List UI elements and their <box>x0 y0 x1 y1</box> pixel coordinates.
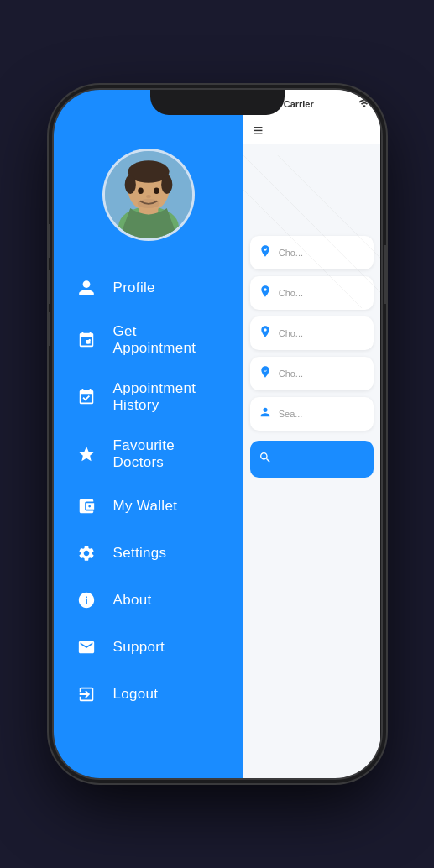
item-text-5: Sea... <box>279 409 303 419</box>
gear-icon <box>75 541 98 565</box>
envelope-icon <box>75 635 98 659</box>
svg-point-8 <box>154 187 159 194</box>
menu-items: Profile Get Appointment <box>54 264 243 718</box>
phone-notch <box>150 90 285 115</box>
sidebar-item-get-appointment[interactable]: Get Appointment <box>66 311 231 369</box>
sidebar-item-logout[interactable]: Logout <box>66 671 231 718</box>
svg-line-13 <box>278 155 381 293</box>
favourite-doctors-label: Favourite Doctors <box>113 437 222 471</box>
support-label: Support <box>113 639 165 656</box>
calendar-check-icon <box>75 385 98 409</box>
list-item[interactable]: Sea... <box>250 397 374 431</box>
svg-point-7 <box>138 187 144 194</box>
search-button-icon <box>259 451 272 468</box>
logout-icon <box>75 682 98 706</box>
sidebar-item-my-wallet[interactable]: My Wallet <box>66 483 231 530</box>
sidebar-item-appointment-history[interactable]: Appointment History <box>66 369 231 426</box>
svg-line-12 <box>243 155 381 293</box>
list-item[interactable]: Cho... <box>250 316 374 350</box>
wifi-icon <box>358 97 370 111</box>
content-panel: Carrier ≡ <box>243 90 381 778</box>
settings-label: Settings <box>113 545 167 562</box>
svg-point-5 <box>124 175 135 194</box>
avatar <box>102 149 195 241</box>
svg-point-6 <box>161 175 172 194</box>
logout-label: Logout <box>113 686 159 703</box>
item-text-3: Cho... <box>279 328 303 338</box>
wallet-icon <box>75 494 98 518</box>
sidebar-item-about[interactable]: About <box>66 577 231 624</box>
svg-line-11 <box>243 190 381 308</box>
carrier-text: Carrier <box>284 99 314 109</box>
sidebar-item-support[interactable]: Support <box>66 624 231 671</box>
profile-label: Profile <box>113 280 155 296</box>
person-location-icon <box>259 365 272 382</box>
get-appointment-label: Get Appointment <box>113 323 222 357</box>
calendar-plus-icon <box>75 328 98 352</box>
svg-point-9 <box>146 195 151 198</box>
my-wallet-label: My Wallet <box>113 498 178 515</box>
search-button[interactable] <box>250 441 374 478</box>
sidebar-item-settings[interactable]: Settings <box>66 530 231 577</box>
person-search-icon <box>259 405 272 422</box>
sidebar-item-favourite-doctors[interactable]: Favourite Doctors <box>66 426 231 483</box>
hamburger-menu[interactable]: ≡ <box>243 115 381 144</box>
star-icon <box>75 442 98 466</box>
item-text-4: Cho... <box>279 369 303 379</box>
sidebar-item-profile[interactable]: Profile <box>66 264 231 311</box>
avatar-container <box>54 149 243 241</box>
appointment-history-label: Appointment History <box>113 380 222 414</box>
phone-frame: Profile Get Appointment <box>54 90 381 778</box>
list-item[interactable]: Cho... <box>250 357 374 390</box>
location-icon-3 <box>259 325 272 342</box>
person-icon <box>75 276 98 300</box>
phone-screen: Profile Get Appointment <box>54 90 381 778</box>
info-icon <box>75 588 98 612</box>
svg-point-10 <box>137 199 159 208</box>
menu-panel: Profile Get Appointment <box>54 90 243 778</box>
about-label: About <box>113 592 152 609</box>
decorative-lines <box>243 140 381 308</box>
hamburger-icon: ≡ <box>254 121 264 139</box>
